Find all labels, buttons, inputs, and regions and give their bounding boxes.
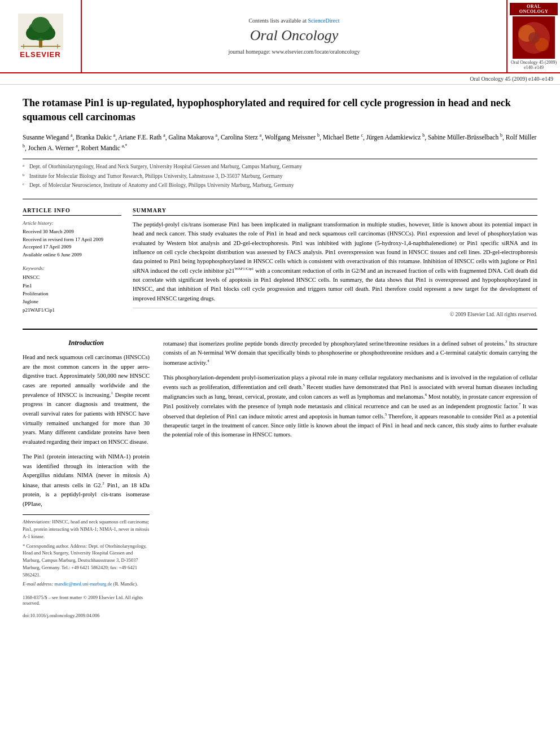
introduction-section: Introduction Head and neck squamous cell…	[23, 329, 537, 618]
keywords-section: Keywords: HNSCC Pin1 Proliferation Juglo…	[23, 265, 121, 314]
footnote-corresponding: * Corresponding author. Address: Dept. o…	[23, 543, 150, 579]
keyword-p21: p21WAF1/Cip1	[23, 306, 121, 314]
keyword-proliferation: Proliferation	[23, 290, 121, 298]
main-content: The rotamase Pin1 is up-regulated, hypop…	[0, 85, 560, 630]
history-online: Available online 6 June 2009	[23, 251, 121, 259]
keyword-hnscc: HNSCC	[23, 273, 121, 281]
svg-point-13	[528, 32, 540, 43]
article-info-heading: ARTICLE INFO	[23, 207, 121, 216]
issue-info: Oral Oncology 45 (2009) e140–e149	[510, 60, 558, 70]
elsevier-brand-text: ELSEVIER	[20, 50, 60, 59]
affiliations-block: a Dept. of Otorhinolaryngology, Head and…	[23, 159, 537, 190]
copyright-line: © 2009 Elsevier Ltd. All rights reserved…	[133, 308, 537, 317]
journal-title: Oral Oncology	[250, 27, 339, 44]
intro-left-column: Introduction Head and neck squamous cell…	[23, 339, 150, 618]
summary-column: SUMMARY The peptidyl-prolyl cis/trans is…	[133, 207, 537, 317]
authors-list: Susanne Wiegand a, Branka Dakic a, Arian…	[23, 132, 537, 153]
page-header: ELSEVIER Contents lists available at Sci…	[0, 0, 560, 73]
elsevier-logo: ELSEVIER	[0, 0, 82, 72]
science-direct-line: Contents lists available at ScienceDirec…	[248, 18, 339, 24]
intro-right-para-2: This phosphorylation-dependent prolyl-is…	[163, 373, 537, 440]
article-title: The rotamase Pin1 is up-regulated, hypop…	[23, 96, 537, 124]
affiliation-b: b Institute for Molecular Biology and Tu…	[23, 172, 537, 181]
journal-center: Contents lists available at ScienceDirec…	[82, 0, 506, 72]
summary-text: The peptidyl-prolyl cis/trans isomerase …	[133, 220, 537, 303]
intro-right-column: rotamase) that isomerizes proline peptid…	[163, 339, 537, 618]
affiliation-a: a Dept. of Otorhinolaryngology, Head and…	[23, 163, 537, 171]
article-reference-line: Oral Oncology 45 (2009) e140–e149	[0, 73, 560, 85]
oral-oncology-badge: ORALONCOLOGY	[510, 3, 558, 15]
journal-cover: ORALONCOLOGY Oral Oncology 45 (2009) e14…	[506, 0, 560, 72]
article-history-label: Article history:	[23, 220, 121, 226]
footnotes-block: Abbreviations: HNSCC, head and neck squa…	[23, 514, 150, 588]
journal-url: journal homepage: www.elsevier.com/locat…	[228, 49, 360, 55]
footnote-email: E-mail address: mandic@med.uni-marburg.d…	[23, 580, 150, 588]
journal-cover-image	[513, 16, 555, 59]
issn-line: 1368-8375/$ – see front matter © 2009 El…	[23, 595, 150, 606]
article-info-summary-section: ARTICLE INFO Article history: Received 3…	[23, 199, 537, 317]
science-direct-link[interactable]: ScienceDirect	[308, 18, 339, 24]
article-info-column: ARTICLE INFO Article history: Received 3…	[23, 207, 121, 317]
intro-right-para-1: rotamase) that isomerizes proline peptid…	[163, 339, 537, 368]
keyword-pin1: Pin1	[23, 282, 121, 290]
keyword-juglone: Juglone	[23, 298, 121, 305]
affiliation-c: c Dept. of Molecular Neuroscience, Insti…	[23, 181, 537, 190]
history-accepted: Accepted 17 April 2009	[23, 243, 121, 251]
intro-para-1: Head and neck squamous cell carcinomas (…	[23, 353, 150, 447]
keywords-label: Keywords:	[23, 265, 121, 271]
author-email-link[interactable]: mandic@med.uni-marburg.de	[54, 581, 112, 587]
introduction-heading: Introduction	[23, 339, 150, 347]
elsevier-tree-icon	[18, 14, 63, 50]
history-revised: Received in revised form 17 April 2009	[23, 236, 121, 244]
summary-heading: SUMMARY	[133, 207, 537, 216]
svg-point-5	[32, 17, 50, 33]
intro-para-2: The Pin1 (protein interacting with NIMA-…	[23, 452, 150, 509]
doi-line: doi:10.1016/j.oraloncology.2009.04.006	[23, 613, 150, 618]
history-received: Received 30 March 2009	[23, 228, 121, 236]
footnote-abbreviations: Abbreviations: HNSCC, head and neck squa…	[23, 518, 150, 540]
